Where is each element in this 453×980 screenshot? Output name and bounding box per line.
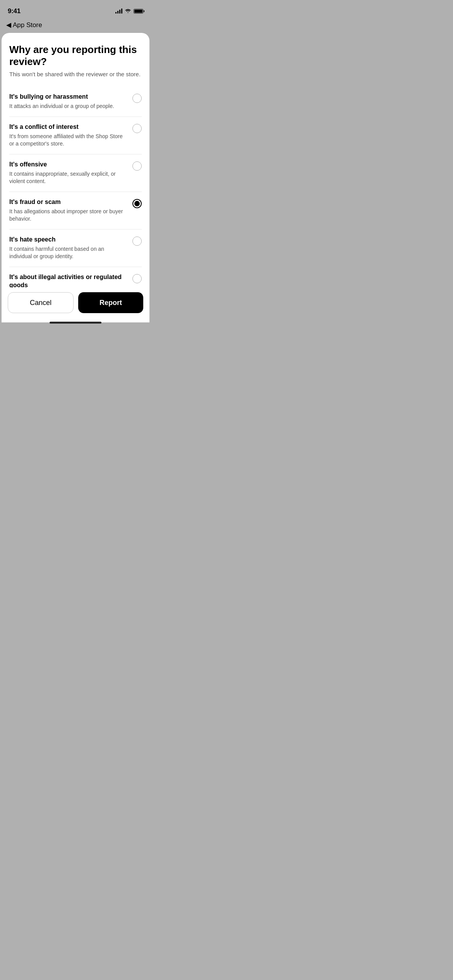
option-illegal-title: It's about illegal activities or regulat…	[9, 273, 128, 290]
option-offensive[interactable]: It's offensive It contains inappropriate…	[9, 154, 142, 192]
back-navigation[interactable]: ◀ App Store	[0, 19, 151, 33]
radio-offensive[interactable]	[132, 161, 142, 171]
modal-subtitle: This won't be shared with the reviewer o…	[9, 71, 142, 77]
back-label: App Store	[13, 21, 42, 29]
status-icons	[115, 8, 143, 14]
option-offensive-title: It's offensive	[9, 161, 128, 169]
option-hate-desc: It contains harmful content based on an …	[9, 245, 128, 260]
option-hate-title: It's hate speech	[9, 236, 128, 244]
option-bullying-desc: It attacks an individual or a group of p…	[9, 103, 128, 110]
status-bar: 9:41	[0, 0, 151, 19]
radio-fraud-inner	[134, 201, 140, 206]
modal-sheet: Why are you reporting this review? This …	[2, 33, 149, 322]
option-fraud-title: It's fraud or scam	[9, 198, 128, 206]
option-conflict[interactable]: It's a conflict of interest It's from so…	[9, 117, 142, 154]
home-indicator	[50, 322, 101, 324]
option-conflict-title: It's a conflict of interest	[9, 123, 128, 131]
option-bullying[interactable]: It's bullying or harassment It attacks a…	[9, 87, 142, 117]
bottom-buttons: Cancel Report	[2, 288, 149, 322]
option-hate[interactable]: It's hate speech It contains harmful con…	[9, 230, 142, 267]
radio-fraud[interactable]	[132, 199, 142, 208]
radio-illegal[interactable]	[132, 274, 142, 283]
cancel-button[interactable]: Cancel	[8, 292, 74, 313]
option-fraud[interactable]: It's fraud or scam It has allegations ab…	[9, 192, 142, 230]
wifi-icon	[125, 8, 131, 14]
options-list: It's bullying or harassment It attacks a…	[9, 87, 142, 322]
option-fraud-desc: It has allegations about improper store …	[9, 208, 128, 223]
radio-bullying[interactable]	[132, 94, 142, 103]
status-time: 9:41	[8, 7, 21, 15]
option-conflict-desc: It's from someone affiliated with the Sh…	[9, 133, 128, 148]
option-bullying-title: It's bullying or harassment	[9, 93, 128, 101]
signal-icon	[115, 9, 122, 14]
radio-conflict[interactable]	[132, 124, 142, 133]
battery-icon	[134, 9, 143, 14]
modal-title: Why are you reporting this review?	[9, 44, 142, 68]
report-button[interactable]: Report	[78, 292, 143, 313]
option-offensive-desc: It contains inappropriate, sexually expl…	[9, 170, 128, 185]
back-arrow-icon: ◀	[6, 21, 11, 29]
radio-hate[interactable]	[132, 236, 142, 246]
